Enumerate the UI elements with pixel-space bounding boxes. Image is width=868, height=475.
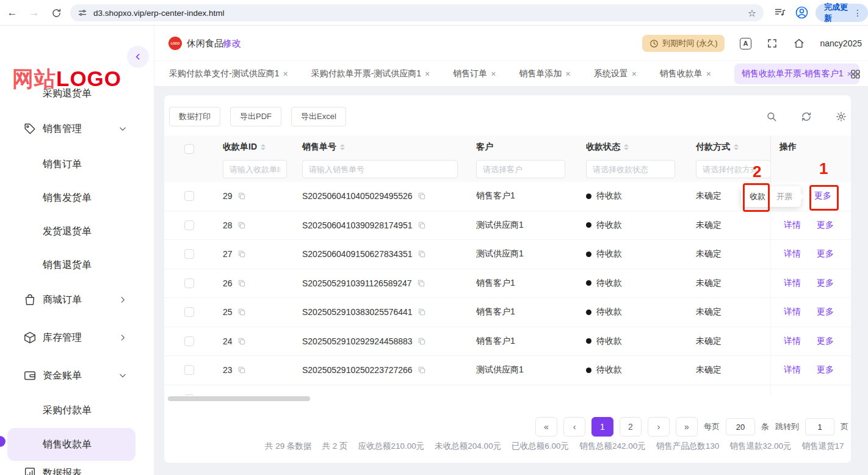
page-first-button[interactable]: « (535, 417, 557, 437)
home-icon[interactable] (793, 37, 805, 49)
row-checkbox[interactable] (184, 394, 194, 396)
tab-close-icon[interactable]: × (283, 69, 288, 79)
tab[interactable]: 采购付款单开票-测试供应商1× (311, 68, 430, 79)
sidebar-collapse-button[interactable] (127, 46, 149, 68)
browser-menu-icon[interactable]: ⋮ (853, 8, 862, 18)
tabs-grid-icon[interactable] (850, 69, 861, 79)
per-page-input[interactable] (726, 418, 755, 435)
filter-input[interactable] (223, 160, 287, 178)
store-edit-link[interactable]: 修改 (223, 38, 241, 49)
sidebar-item[interactable]: 销售收款单 (7, 428, 136, 461)
toolbar-button[interactable]: 导出Excel (291, 107, 346, 126)
more-link[interactable]: 更多 (817, 364, 834, 375)
filter-input[interactable] (586, 160, 675, 178)
sidebar-item[interactable]: 销售发货单 (0, 186, 154, 210)
tab[interactable]: 采购付款单支付-测试供应商1× (169, 68, 288, 79)
detail-link[interactable]: 详情 (784, 364, 801, 375)
row-checkbox[interactable] (184, 278, 194, 288)
sidebar-item[interactable]: 商城订单 (0, 288, 154, 312)
sidebar-item[interactable]: 数据报表 (0, 461, 154, 475)
column-label[interactable]: 销售单号 (302, 142, 345, 153)
more-link[interactable]: 更多 (817, 248, 834, 259)
row-checkbox[interactable] (184, 249, 194, 259)
detail-link[interactable]: 详情 (784, 306, 801, 317)
url-bar[interactable]: d3.shopxo.vip/erp-center-index.html ☆ (70, 4, 764, 21)
sort-icon[interactable] (624, 144, 629, 150)
column-label[interactable]: 付款方式 (696, 142, 739, 153)
horizontal-scrollbar[interactable] (168, 396, 310, 401)
toolbar-button[interactable]: 数据打印 (169, 107, 220, 126)
language-icon[interactable]: A (739, 37, 751, 49)
copy-icon[interactable] (418, 366, 426, 374)
sidebar-item[interactable]: 销售退货单 (0, 253, 154, 277)
search-icon[interactable] (766, 111, 777, 122)
filter-input[interactable] (302, 160, 458, 178)
sidebar-item[interactable]: 资金账单 (0, 363, 154, 388)
copy-icon[interactable] (237, 279, 246, 288)
filter-input[interactable] (476, 160, 565, 178)
page-next-button[interactable]: › (648, 417, 670, 437)
copy-icon[interactable] (418, 250, 426, 258)
tab-close-icon[interactable]: × (491, 69, 496, 79)
copy-icon[interactable] (418, 337, 426, 346)
copy-icon[interactable] (237, 308, 246, 316)
sidebar-item[interactable]: 采购付款单 (0, 398, 154, 422)
floating-theme-dot[interactable] (0, 436, 5, 447)
tab[interactable]: 系统设置× (594, 68, 637, 79)
browser-back-icon[interactable]: ← (5, 5, 20, 20)
copy-icon[interactable] (237, 337, 246, 346)
sidebar-item[interactable]: 销售订单 (0, 152, 154, 176)
copy-icon[interactable] (418, 221, 426, 230)
select-all-checkbox[interactable] (184, 144, 194, 154)
page-number-button[interactable]: 2 (620, 417, 642, 437)
detail-link[interactable]: 详情 (784, 336, 801, 347)
sidebar-item[interactable]: 销售管理 (0, 117, 154, 141)
column-label[interactable]: 收款状态 (586, 142, 629, 153)
copy-icon[interactable] (237, 366, 246, 374)
copy-icon[interactable] (237, 250, 246, 258)
more-link[interactable]: 更多 (817, 336, 834, 347)
page-last-button[interactable]: » (676, 417, 698, 437)
more-link[interactable]: 更多 (817, 306, 834, 317)
tab-close-icon[interactable]: × (565, 69, 570, 79)
sort-icon[interactable] (340, 144, 345, 150)
more-link[interactable]: 更多 (817, 220, 834, 231)
column-label[interactable]: 收款单ID (223, 142, 266, 153)
tab-close-icon[interactable]: × (632, 69, 637, 79)
media-controls-icon[interactable] (774, 6, 786, 18)
site-settings-icon[interactable] (78, 8, 87, 18)
detail-link[interactable]: 详情 (784, 248, 801, 259)
copy-icon[interactable] (237, 192, 246, 200)
copy-icon[interactable] (417, 279, 425, 288)
tab[interactable]: 销售收款单× (660, 68, 711, 79)
page-number-button[interactable]: 1 (591, 417, 613, 437)
tab-active[interactable]: 销售收款单开票-销售客户1× (734, 63, 859, 84)
browser-forward-icon[interactable]: → (27, 5, 42, 20)
more-link[interactable]: 更多 (817, 278, 834, 289)
jump-page-input[interactable] (805, 418, 834, 435)
sort-icon[interactable] (734, 144, 739, 150)
browser-profile-icon[interactable] (795, 5, 809, 20)
toolbar-button[interactable]: 导出PDF (230, 107, 281, 126)
copy-icon[interactable] (237, 221, 246, 230)
refresh-icon[interactable] (801, 111, 812, 122)
page-prev-button[interactable]: ‹ (563, 417, 585, 437)
tab[interactable]: 销售单添加× (519, 68, 570, 79)
tab-close-icon[interactable]: × (425, 69, 430, 79)
tab[interactable]: 销售订单× (453, 68, 496, 79)
bookmark-star-icon[interactable]: ☆ (748, 7, 756, 19)
url-text[interactable]: d3.shopxo.vip/erp-center-index.html (93, 9, 748, 18)
sort-icon[interactable] (261, 144, 266, 150)
fullscreen-icon[interactable] (766, 37, 778, 49)
detail-link[interactable]: 详情 (784, 278, 801, 289)
row-checkbox[interactable] (184, 336, 194, 346)
browser-reload-icon[interactable] (49, 5, 63, 20)
sidebar-item[interactable]: 发货退货单 (0, 219, 154, 244)
settings-gear-icon[interactable] (836, 111, 847, 122)
invoice-button[interactable]: 开票 (776, 191, 792, 202)
copy-icon[interactable] (418, 192, 426, 200)
copy-icon[interactable] (418, 308, 426, 316)
row-checkbox[interactable] (184, 307, 194, 317)
username[interactable]: nancy2025 (820, 38, 862, 48)
detail-link[interactable]: 详情 (784, 220, 801, 231)
